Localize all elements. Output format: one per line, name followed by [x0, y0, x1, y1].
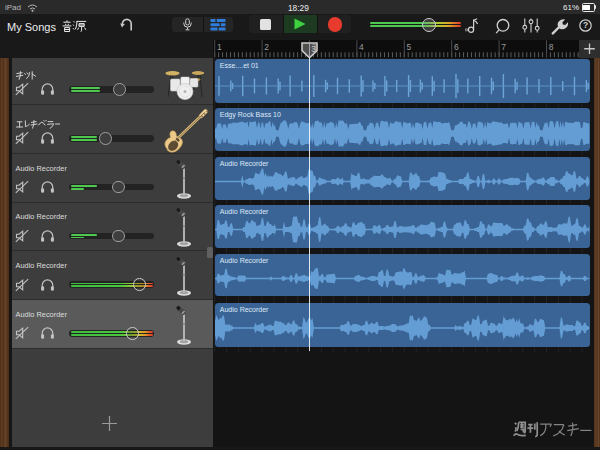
- svg-text:3: 3: [311, 43, 316, 53]
- svg-text:?: ?: [583, 20, 588, 30]
